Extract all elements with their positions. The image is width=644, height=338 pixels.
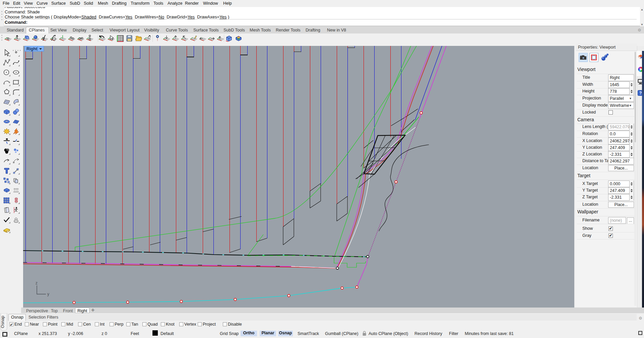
svg-text:Right: Right <box>26 47 38 51</box>
svg-text:z: z <box>36 281 38 285</box>
svg-text:y: y <box>47 292 49 296</box>
svg-text:Osnap: Osnap <box>0 316 5 328</box>
